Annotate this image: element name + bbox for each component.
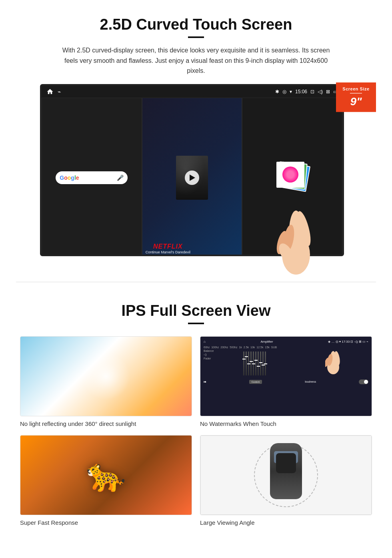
camera-icon: ⊡: [310, 89, 314, 94]
cheetah-visual: 🐆: [20, 436, 192, 515]
amp-topbar: ⌂ Amplifier ◈ … ◎ ▾ 17:33 ⊡ ◁) ⊠ ▭ ⌁: [204, 340, 368, 343]
device-screen: ⌁ ✱ ◎ ▾ 15:06 ⊡ ◁) ⊠ ▭: [40, 84, 344, 256]
feature-sunlight: No light reflecting under 360° direct su…: [20, 336, 192, 427]
status-left-icons: ⌁: [46, 88, 61, 95]
eq-bars: [216, 349, 368, 377]
feature-grid: No light reflecting under 360° direct su…: [20, 336, 372, 526]
location-icon: ◎: [282, 89, 286, 94]
eq-sliders: [243, 351, 266, 375]
wifi-icon: ▾: [290, 89, 292, 94]
section-curved-screen: 2.5D Curved Touch Screen With 2.5D curve…: [0, 0, 392, 270]
amp-prev-icon: ⏮: [204, 380, 206, 383]
amp-custom-btn[interactable]: Custom: [249, 380, 262, 384]
sunlight-image: [20, 336, 192, 416]
badge-divider: [350, 93, 362, 94]
cheetah-caption: Super Fast Response: [20, 519, 192, 526]
gallery-app-cell[interactable]: [242, 98, 342, 256]
hand-touch-svg: [325, 351, 341, 375]
volume-icon: ◁): [318, 89, 323, 94]
amp-home-icon: ⌂: [204, 340, 206, 343]
feature-amplifier: ⌂ Amplifier ◈ … ◎ ▾ 17:33 ⊡ ◁) ⊠ ▭ ⌁ 60h…: [200, 336, 372, 427]
car-body: [270, 443, 302, 499]
app-grid-top: Google 🎤 NETFLIX Continue Marv: [42, 98, 342, 256]
amplifier-visual: ⌂ Amplifier ◈ … ◎ ▾ 17:33 ⊡ ◁) ⊠ ▭ ⌁ 60h…: [200, 337, 372, 416]
status-bar: ⌁ ✱ ◎ ▾ 15:06 ⊡ ◁) ⊠ ▭: [42, 86, 342, 98]
car-roof: [276, 453, 296, 473]
cheetah-image: 🐆: [20, 435, 192, 515]
section1-title: 2.5D Curved Touch Screen: [24, 16, 368, 33]
eq-freq-labels: 60hz100hz200hz500hz1k2.5k10k12.5k15kSUB: [204, 345, 368, 349]
netflix-subtitle: Continue Marvel's Daredevil: [146, 250, 190, 254]
google-app-cell[interactable]: Google 🎤: [42, 98, 142, 256]
mic-icon[interactable]: 🎤: [117, 175, 124, 181]
eq-controls: Balance ◁) Fader: [204, 349, 368, 377]
photo-card-front: [276, 162, 304, 188]
play-triangle: [190, 175, 195, 181]
google-logo: Google: [60, 175, 79, 181]
amp-toggle[interactable]: [359, 379, 368, 384]
netflix-app-cell[interactable]: NETFLIX Continue Marvel's Daredevil: [142, 98, 242, 256]
home-icon: [46, 88, 54, 95]
device-mockup: Screen Size 9" ⌁ ✱ ◎ ▾ 15:06: [40, 84, 352, 256]
netflix-overlay: NETFLIX Continue Marvel's Daredevil: [146, 243, 190, 254]
status-right-icons: ✱ ◎ ▾ 15:06 ⊡ ◁) ⊠ ▭: [275, 89, 338, 94]
google-search-bar[interactable]: Google 🎤: [56, 171, 128, 184]
car-visual: [200, 436, 372, 515]
amplifier-caption: No Watermarks When Touch: [200, 420, 372, 427]
amplifier-image: ⌂ Amplifier ◈ … ◎ ▾ 17:33 ⊡ ◁) ⊠ ▭ ⌁ 60h…: [200, 336, 372, 416]
badge-label: Screen Size: [339, 86, 373, 91]
badge-size: 9": [339, 95, 373, 108]
section1-description: With 2.5D curved-display screen, this de…: [56, 45, 336, 76]
amp-title: Amplifier: [261, 340, 273, 343]
car-top-view: [266, 443, 306, 507]
car-caption: Large Viewing Angle: [200, 519, 372, 526]
photo-stack: [276, 162, 308, 194]
sunlight-caption: No light reflecting under 360° direct su…: [20, 420, 192, 427]
screen-size-badge: Screen Size 9": [336, 82, 376, 112]
touch-hand: [325, 351, 341, 375]
feature-cheetah: 🐆 Super Fast Response: [20, 435, 192, 526]
section2-divider: [188, 323, 204, 324]
flower-image: [282, 167, 298, 183]
car-image: [200, 435, 372, 515]
amp-loudness-label: loudness: [305, 380, 316, 383]
section1-divider: [188, 36, 204, 38]
feature-car: Large Viewing Angle: [200, 435, 372, 526]
bluetooth-icon: ✱: [275, 89, 279, 94]
section-divider: [16, 282, 376, 282]
netflix-logo: NETFLIX: [146, 243, 190, 250]
usb-icon: ⌁: [58, 88, 61, 95]
section-ips: IPS Full Screen View No light reflecting…: [0, 294, 392, 542]
play-button[interactable]: [185, 171, 199, 185]
close-icon: ⊠: [326, 89, 330, 94]
cheetah-emoji: 🐆: [86, 456, 126, 494]
section2-title: IPS Full Screen View: [20, 302, 372, 319]
amp-bottom: ⏮ Custom loudness: [204, 379, 368, 384]
amp-icons: ◈ … ◎ ▾ 17:33 ⊡ ◁) ⊠ ▭ ⌁: [328, 340, 368, 343]
status-time: 15:06: [295, 89, 307, 94]
sunlight-visual: [20, 337, 192, 416]
